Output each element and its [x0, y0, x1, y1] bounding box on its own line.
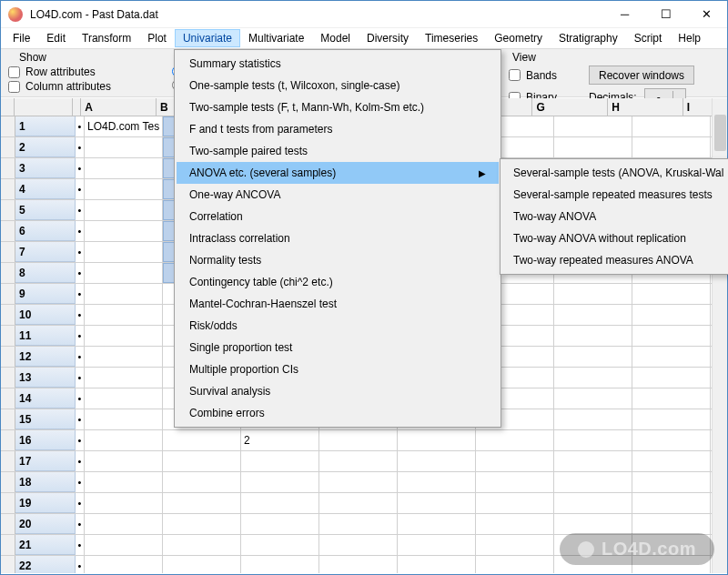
dropdown-item[interactable]: Two-sample paired tests [177, 140, 499, 162]
cell[interactable] [554, 493, 632, 513]
menu-multivariate[interactable]: Multivariate [240, 29, 312, 47]
cell[interactable] [85, 305, 163, 325]
dropdown-item[interactable]: Multiple proportion CIs [177, 358, 499, 380]
cell[interactable] [632, 388, 711, 409]
row-number[interactable]: 22 [15, 556, 76, 573]
checkbox-column-attributes[interactable]: Column attributes [8, 80, 157, 93]
menu-univariate[interactable]: Univariate [175, 29, 240, 47]
menu-transform[interactable]: Transform [74, 29, 139, 47]
checkbox-bands-input[interactable] [509, 69, 521, 81]
cell[interactable] [319, 430, 398, 450]
cell[interactable] [85, 451, 163, 471]
cell[interactable] [476, 451, 554, 471]
menu-diversity[interactable]: Diversity [359, 29, 417, 47]
dropdown-item[interactable]: One-sample tests (t, Wilcoxon, single-ca… [177, 75, 499, 96]
row-number[interactable]: 2 [15, 137, 76, 157]
row-number[interactable]: 6 [15, 221, 76, 241]
submenu-item[interactable]: Several-sample repeated measures tests [502, 184, 728, 206]
cell[interactable] [476, 535, 554, 555]
row-number[interactable]: 3 [15, 158, 76, 178]
cell[interactable] [85, 409, 163, 429]
cell[interactable] [85, 284, 163, 304]
cell[interactable] [476, 493, 554, 513]
submenu-item[interactable]: Two-way repeated measures ANOVA [502, 249, 728, 271]
cell[interactable] [398, 430, 476, 450]
cell[interactable] [632, 514, 711, 534]
cell[interactable] [632, 493, 711, 513]
checkbox-column-attributes-input[interactable] [8, 81, 20, 93]
cell[interactable] [85, 179, 163, 199]
cell[interactable] [398, 472, 476, 492]
cell[interactable] [398, 514, 476, 534]
dropdown-item[interactable]: F and t tests from parameters [177, 118, 499, 140]
row-number[interactable]: 9 [15, 284, 76, 304]
cell[interactable] [476, 514, 554, 534]
row-number[interactable]: 15 [15, 409, 76, 429]
col-header-h[interactable]: H [608, 98, 683, 116]
cell[interactable] [319, 535, 398, 555]
dropdown-item[interactable]: Survival analysis [177, 380, 499, 402]
maximize-button[interactable]: ☐ [645, 2, 686, 27]
cell[interactable] [632, 305, 711, 325]
cell[interactable] [554, 430, 632, 450]
cell[interactable]: LO4D.com Tes [85, 116, 163, 136]
cell[interactable] [398, 493, 476, 513]
cell[interactable] [85, 556, 163, 573]
cell[interactable] [85, 137, 163, 157]
cell[interactable] [632, 368, 711, 388]
row-number[interactable]: 4 [15, 179, 76, 199]
cell[interactable] [85, 388, 163, 409]
row-number[interactable]: 19 [15, 493, 76, 513]
row-number[interactable]: 14 [15, 388, 76, 409]
cell[interactable] [554, 284, 632, 304]
cell[interactable] [632, 430, 711, 450]
cell[interactable] [163, 514, 241, 534]
dropdown-item[interactable]: Two-sample tests (F, t, Mann-Wh, Kolm-Sm… [177, 96, 499, 118]
cell[interactable] [241, 514, 319, 534]
minimize-button[interactable]: ─ [604, 2, 645, 27]
cell[interactable] [319, 472, 398, 492]
cell[interactable] [85, 200, 163, 220]
cell[interactable] [554, 326, 632, 346]
col-header-g[interactable]: G [532, 98, 608, 116]
dropdown-item[interactable]: Risk/odds [177, 315, 499, 337]
dropdown-item[interactable]: Combine errors [177, 402, 499, 424]
cell[interactable] [554, 388, 632, 409]
menu-help[interactable]: Help [670, 29, 709, 47]
cell[interactable] [632, 116, 711, 136]
close-button[interactable]: ✕ [686, 2, 727, 27]
cell[interactable] [476, 556, 554, 573]
dropdown-item[interactable]: Normality tests [177, 249, 499, 271]
cell[interactable] [476, 472, 554, 492]
row-number[interactable]: 1 [15, 116, 76, 136]
cell[interactable] [85, 493, 163, 513]
cell[interactable] [398, 535, 476, 555]
row-number[interactable]: 18 [15, 472, 76, 492]
cell[interactable] [554, 137, 632, 157]
cell[interactable] [85, 263, 163, 283]
recover-windows-button[interactable]: Recover windows [589, 66, 694, 85]
cell[interactable] [163, 556, 241, 573]
cell[interactable] [163, 493, 241, 513]
cell[interactable] [632, 472, 711, 492]
dropdown-item[interactable]: Single proportion test [177, 337, 499, 358]
cell[interactable] [554, 409, 632, 429]
menu-geometry[interactable]: Geometry [486, 29, 551, 47]
cell[interactable] [85, 535, 163, 555]
menu-stratigraphy[interactable]: Stratigraphy [551, 29, 626, 47]
cell[interactable] [241, 493, 319, 513]
cell[interactable] [319, 493, 398, 513]
cell[interactable] [632, 347, 711, 367]
cell[interactable] [554, 305, 632, 325]
cell[interactable] [241, 472, 319, 492]
cell[interactable] [241, 556, 319, 573]
submenu-item[interactable]: Several-sample tests (ANOVA, Kruskal-Wal [502, 162, 728, 184]
menu-model[interactable]: Model [312, 29, 359, 47]
cell[interactable] [163, 472, 241, 492]
cell[interactable] [554, 472, 632, 492]
row-number[interactable]: 12 [15, 347, 76, 367]
cell[interactable] [319, 451, 398, 471]
cell[interactable] [85, 430, 163, 450]
dropdown-item[interactable]: Contingency table (chi^2 etc.) [177, 271, 499, 293]
scroll-thumb[interactable] [714, 115, 726, 151]
